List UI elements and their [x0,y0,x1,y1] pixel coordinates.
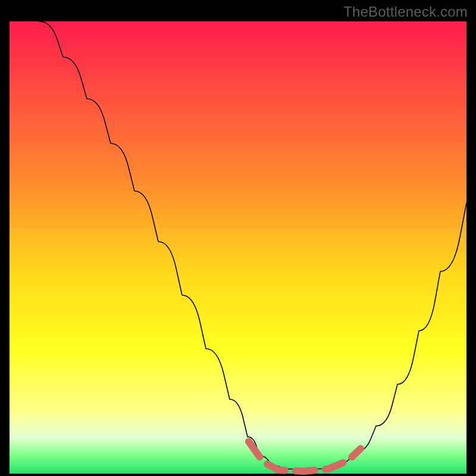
chart-background [10,21,466,474]
chart-frame: TheBottleneck.com [0,0,476,476]
bottleneck-chart [0,0,476,476]
